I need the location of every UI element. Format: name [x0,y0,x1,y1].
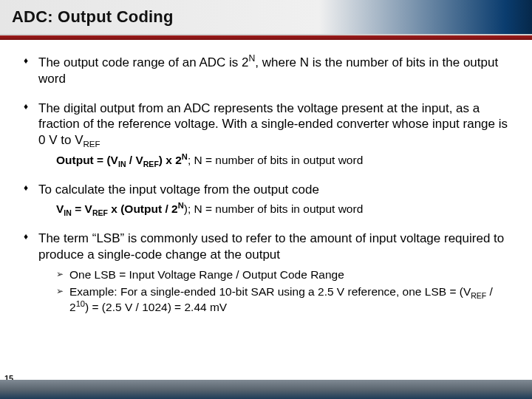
formula-part: = V [72,202,92,215]
sub-list: One LSB = Input Voltage Range / Output C… [56,267,511,316]
formula-tail: ; N = number of bits in output word [188,154,363,166]
sub-item: One LSB = Input Voltage Range / Output C… [56,267,511,283]
formula-tail: ); N = number of bits in output word [184,202,364,215]
bullet-item: The digital output from an ADC represent… [21,100,511,168]
formula-part: ) x 2 [159,154,182,166]
formula-part: / V [126,154,143,166]
formula-part: x (Output / 2 [108,202,178,215]
sub-text: One LSB = Input Voltage Range / Output C… [69,268,344,281]
bullet-text: The term “LSB” is commonly used to refer… [38,231,504,262]
footer-bar [0,380,532,399]
bullet-item: To calculate the input voltage from the … [21,182,511,218]
bullet-item: The term “LSB” is commonly used to refer… [21,231,511,315]
sub-item: Example: For a single-ended 10-bit SAR u… [56,284,511,316]
superscript: N [248,53,255,64]
bullet-text: The digital output from an ADC represent… [38,101,508,148]
formula-text: Output = (VIN / VREF) x 2N; N = number o… [56,153,511,168]
bullet-item: The output code range of an ADC is 2N, w… [21,55,511,87]
slide-title: ADC: Output Coding [12,7,174,27]
slide: ADC: Output Coding The output code range… [0,0,532,399]
sub-text: ) = (2.5 V / 1024) = 2.44 mV [85,301,227,313]
sub-text: Example: For a single-ended 10-bit SAR u… [69,285,471,298]
subscript: IN [118,160,126,168]
subscript: REF [83,140,100,149]
superscript: N [178,201,184,210]
subscript: REF [143,160,159,168]
formula-text: VIN = VREF x (Output / 2N); N = number o… [56,202,511,217]
subscript: REF [471,291,486,300]
bullet-text: To calculate the input voltage from the … [38,183,319,197]
formula-part: V [56,202,64,215]
title-bar: ADC: Output Coding [0,0,532,35]
accent-bar [0,35,532,40]
bullet-text: The output code range of an ADC is 2 [38,55,248,69]
bullet-list: The output code range of an ADC is 2N, w… [21,55,511,316]
slide-content: The output code range of an ADC is 2N, w… [0,46,532,380]
subscript: REF [92,209,108,218]
subscript: IN [64,209,72,218]
superscript: N [182,152,188,161]
formula-part: Output = (V [56,154,118,166]
superscript: 10 [76,299,85,308]
